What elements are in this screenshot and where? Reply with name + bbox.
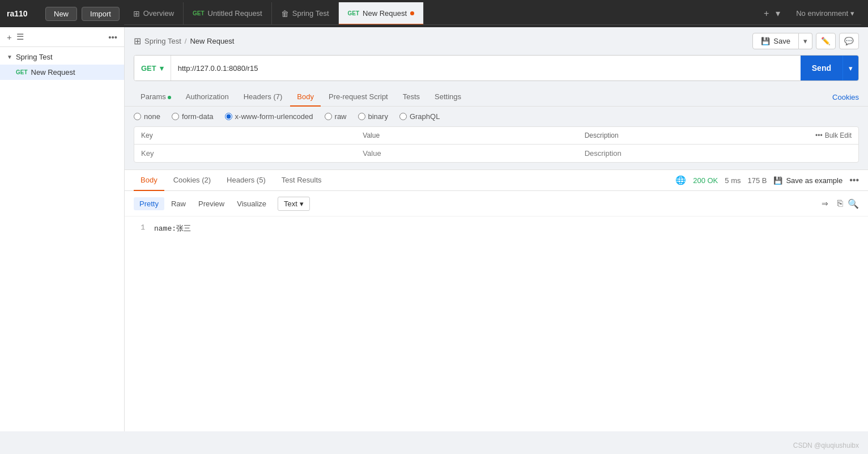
tab-authorization[interactable]: Authorization (179, 88, 236, 107)
tab-settings-label: Settings (435, 92, 461, 101)
tab-tests[interactable]: Tests (396, 88, 427, 107)
import-button[interactable]: Import (82, 7, 120, 21)
kv-key-input[interactable] (141, 149, 363, 158)
collection-header[interactable]: ▼ Spring Test (0, 49, 124, 65)
save-icon: 💾 (761, 37, 770, 45)
send-dropdown-button[interactable]: ▾ (843, 56, 858, 80)
send-button[interactable]: Send (801, 56, 843, 80)
env-dropdown-icon: ▾ (850, 9, 854, 18)
radio-none-label: none (144, 112, 160, 121)
sidebar-more-button[interactable]: ••• (108, 32, 117, 42)
resp-body-tab-raw-label: Raw (171, 200, 186, 208)
status-ok: 200 OK (693, 176, 718, 185)
edit-button[interactable]: ✏️ (816, 33, 836, 49)
radio-form-data-input[interactable] (172, 113, 179, 120)
header-actions: 💾 Save ▾ ✏️ 💬 (752, 33, 859, 49)
save-example-button[interactable]: 💾 Save as example (773, 176, 843, 185)
comment-button[interactable]: 💬 (839, 33, 859, 49)
cookies-link[interactable]: Cookies (832, 93, 859, 101)
sidebar-filter-button[interactable]: ☰ (16, 32, 24, 42)
tab-untitled-request[interactable]: GET Untitled Request (184, 2, 272, 25)
text-format-chevron: ▾ (300, 200, 304, 208)
kv-col-value: Value (363, 131, 584, 139)
new-button[interactable]: New (45, 7, 77, 21)
save-example-label: Save as example (786, 176, 843, 185)
sidebar-add-button[interactable]: + (7, 32, 12, 42)
body-options: none form-data x-www-form-urlencoded raw… (125, 107, 868, 126)
breadcrumb-collection[interactable]: Spring Test (144, 37, 181, 45)
resp-body-tab-pretty-label: Pretty (139, 200, 159, 208)
add-tab-button[interactable]: + (761, 6, 771, 21)
radio-form-data[interactable]: form-data (172, 112, 214, 121)
text-format-dropdown[interactable]: Text ▾ (278, 197, 310, 211)
sidebar-item-new-request[interactable]: GET New Request (0, 65, 124, 80)
resp-tab-body[interactable]: Body (134, 170, 164, 191)
tab-authorization-label: Authorization (186, 92, 229, 101)
tab-body[interactable]: Body (290, 88, 321, 107)
resp-tab-test-results[interactable]: Test Results (275, 170, 329, 191)
radio-binary-input[interactable] (358, 113, 365, 120)
resp-body-tab-raw[interactable]: Raw (165, 197, 192, 210)
env-selector[interactable]: No environment ▾ (789, 9, 861, 18)
unsaved-dot (410, 11, 414, 15)
tab-params[interactable]: Params (134, 88, 178, 107)
bulk-edit-label: Bulk Edit (825, 131, 852, 139)
radio-form-data-label: form-data (182, 112, 214, 121)
response-more-button[interactable]: ••• (849, 175, 859, 185)
word-wrap-button[interactable]: ⇒ (817, 196, 833, 211)
tab-settings[interactable]: Settings (428, 88, 468, 107)
tab-pre-request[interactable]: Pre-request Script (322, 88, 395, 107)
radio-graphql[interactable]: GraphQL (399, 112, 440, 121)
globe-icon: 🌐 (675, 175, 686, 185)
tab-actions: + ▾ (761, 6, 789, 21)
resp-body-tab-preview-label: Preview (198, 200, 224, 208)
resp-body-tab-visualize[interactable]: Visualize (231, 197, 272, 210)
chevron-down-icon: ▼ (7, 54, 12, 60)
resp-tab-cookies[interactable]: Cookies (2) (167, 170, 218, 191)
kv-header-row: Key Value Description ••• Bulk Edit (134, 127, 858, 145)
code-area: 1 name:张三 (125, 217, 868, 431)
kv-col-key: Key (141, 131, 363, 139)
tab-overview[interactable]: ⊞ Overview (124, 2, 184, 25)
params-dot (168, 96, 171, 99)
save-button[interactable]: 💾 Save (752, 33, 799, 49)
save-dropdown-button[interactable]: ▾ (799, 33, 812, 49)
resp-body-tab-visualize-label: Visualize (237, 200, 266, 208)
radio-graphql-input[interactable] (399, 113, 407, 120)
radio-urlencoded-input[interactable] (225, 113, 232, 120)
radio-none[interactable]: none (134, 112, 160, 121)
method-select[interactable]: GET ▾ (134, 56, 171, 80)
tab-pre-request-label: Pre-request Script (329, 92, 388, 101)
resp-tab-headers-label: Headers (5) (227, 176, 266, 184)
search-response-button[interactable]: 🔍 (848, 196, 859, 211)
tab-dropdown-button[interactable]: ▾ (773, 6, 782, 21)
tab-headers[interactable]: Headers (7) (237, 88, 290, 107)
radio-urlencoded[interactable]: x-www-form-urlencoded (225, 112, 313, 121)
tab-new-request-label: New Request (363, 9, 407, 18)
status-time: 5 ms (725, 176, 741, 185)
kv-value-input[interactable] (363, 149, 584, 158)
line-numbers: 1 (134, 223, 145, 425)
code-line-1: name:张三 (154, 223, 859, 234)
bulk-edit-btn[interactable]: ••• Bulk Edit (806, 131, 852, 139)
radio-raw-input[interactable] (325, 113, 332, 120)
kv-description-input[interactable] (585, 149, 806, 158)
resp-tab-headers[interactable]: Headers (5) (220, 170, 273, 191)
resp-tab-body-label: Body (141, 176, 158, 184)
send-btn-group: Send ▾ (801, 56, 858, 80)
copy-response-button[interactable]: ⎘ (837, 196, 843, 211)
radio-raw[interactable]: raw (325, 112, 347, 121)
url-bar: GET ▾ Send ▾ (134, 55, 859, 81)
line-number-1: 1 (134, 223, 145, 232)
request-tabs: Params Authorization Headers (7) Body Pr… (125, 88, 868, 107)
url-input[interactable] (171, 56, 801, 80)
radio-binary[interactable]: binary (358, 112, 388, 121)
tab-spring-test[interactable]: 🗑 Spring Test (272, 2, 339, 25)
resp-body-tab-pretty[interactable]: Pretty (134, 197, 164, 210)
resp-body-tab-preview[interactable]: Preview (193, 197, 230, 210)
tab-new-request[interactable]: GET New Request (339, 2, 424, 25)
tab-tests-label: Tests (403, 92, 420, 101)
status-size: 175 B (747, 176, 767, 185)
radio-none-input[interactable] (134, 113, 141, 120)
text-format-label: Text (284, 200, 297, 208)
